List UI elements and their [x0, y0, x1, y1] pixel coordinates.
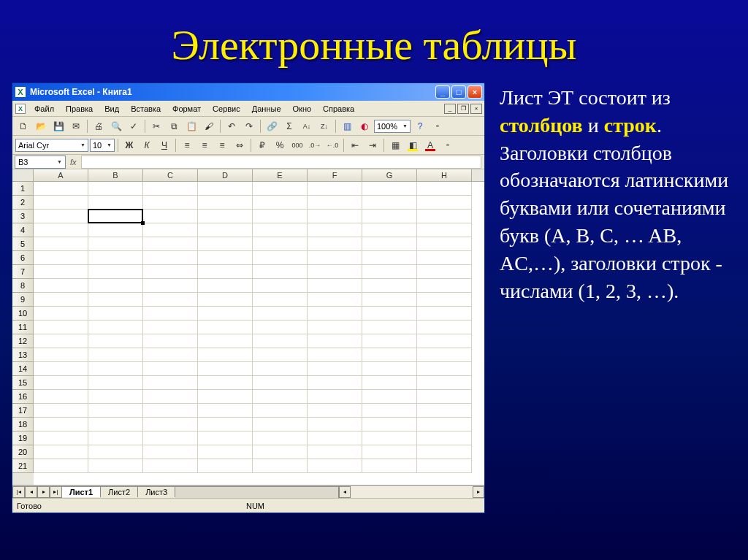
- active-cell-cursor[interactable]: [88, 209, 143, 223]
- menu-tools[interactable]: Сервис: [207, 102, 246, 115]
- increase-decimal-icon[interactable]: .0→: [307, 138, 323, 153]
- open-icon[interactable]: 📂: [33, 119, 49, 134]
- cell[interactable]: [308, 265, 362, 279]
- sheet-tab[interactable]: Лист2: [100, 486, 138, 497]
- row-header[interactable]: 8: [12, 279, 34, 293]
- cell[interactable]: [34, 265, 88, 279]
- column-header[interactable]: A: [34, 169, 88, 181]
- cell[interactable]: [143, 404, 198, 418]
- paste-icon[interactable]: 📋: [183, 119, 199, 134]
- cell[interactable]: [88, 376, 143, 390]
- decrease-decimal-icon[interactable]: ←.0: [324, 138, 340, 153]
- cell[interactable]: [362, 404, 417, 418]
- cell[interactable]: [253, 237, 308, 251]
- scroll-right-icon[interactable]: ▸: [473, 486, 484, 498]
- cell[interactable]: [417, 321, 472, 334]
- cell[interactable]: [198, 251, 253, 265]
- drawing-icon[interactable]: ◐: [356, 119, 373, 134]
- cell[interactable]: [253, 321, 308, 334]
- cell[interactable]: [417, 265, 472, 279]
- cell[interactable]: [362, 445, 417, 459]
- autosum-icon[interactable]: Σ: [281, 119, 297, 134]
- cell[interactable]: [34, 223, 88, 237]
- cell[interactable]: [308, 404, 362, 418]
- cell[interactable]: [362, 334, 417, 348]
- column-header[interactable]: E: [253, 169, 308, 181]
- cell[interactable]: [34, 334, 88, 348]
- prev-sheet-button[interactable]: ◂: [25, 486, 37, 498]
- menu-data[interactable]: Данные: [246, 102, 287, 115]
- row-header[interactable]: 15: [12, 376, 34, 390]
- spellcheck-icon[interactable]: ✓: [126, 119, 142, 134]
- row-header[interactable]: 1: [12, 182, 34, 196]
- currency-icon[interactable]: ₽: [254, 138, 270, 153]
- cell[interactable]: [253, 196, 308, 210]
- cell[interactable]: [417, 362, 472, 376]
- cell[interactable]: [362, 348, 417, 362]
- cell[interactable]: [417, 418, 472, 431]
- cell[interactable]: [88, 182, 143, 196]
- row-header[interactable]: 12: [12, 334, 34, 348]
- menu-format[interactable]: Формат: [167, 102, 207, 115]
- cell[interactable]: [198, 223, 253, 237]
- cell[interactable]: [417, 445, 472, 459]
- cell[interactable]: [143, 418, 198, 431]
- cell[interactable]: [308, 279, 362, 293]
- cell[interactable]: [253, 431, 308, 445]
- row-header[interactable]: 2: [12, 196, 34, 210]
- cell[interactable]: [308, 307, 362, 321]
- align-right-icon[interactable]: ≡: [214, 138, 230, 153]
- cell[interactable]: [253, 293, 308, 307]
- cell[interactable]: [88, 431, 143, 445]
- close-button[interactable]: ×: [468, 85, 482, 99]
- cell[interactable]: [253, 210, 308, 223]
- cell[interactable]: [198, 237, 253, 251]
- row-header[interactable]: 16: [12, 390, 34, 404]
- cell[interactable]: [362, 418, 417, 431]
- menu-view[interactable]: Вид: [99, 102, 125, 115]
- sort-desc-icon[interactable]: Z↓: [316, 119, 332, 134]
- cell[interactable]: [88, 459, 143, 473]
- bold-icon[interactable]: Ж: [121, 138, 137, 153]
- cell[interactable]: [308, 445, 362, 459]
- cell[interactable]: [417, 404, 472, 418]
- cell[interactable]: [143, 362, 198, 376]
- column-header[interactable]: B: [88, 169, 143, 181]
- cell[interactable]: [198, 445, 253, 459]
- cell[interactable]: [362, 390, 417, 404]
- cell[interactable]: [198, 362, 253, 376]
- cell[interactable]: [417, 307, 472, 321]
- sheet-tab[interactable]: Лист3: [137, 486, 175, 497]
- row-header[interactable]: 11: [12, 321, 34, 334]
- cell[interactable]: [143, 431, 198, 445]
- cell[interactable]: [417, 459, 472, 473]
- cell[interactable]: [198, 265, 253, 279]
- fill-color-icon[interactable]: ◧: [405, 138, 421, 153]
- cell[interactable]: [88, 404, 143, 418]
- cell[interactable]: [143, 321, 198, 334]
- cell[interactable]: [88, 307, 143, 321]
- fx-icon[interactable]: fx: [70, 158, 77, 166]
- cell[interactable]: [34, 362, 88, 376]
- cell[interactable]: [143, 210, 198, 223]
- name-box[interactable]: B3▼: [15, 156, 66, 169]
- cell[interactable]: [417, 431, 472, 445]
- cell[interactable]: [143, 279, 198, 293]
- cell[interactable]: [362, 182, 417, 196]
- cell[interactable]: [143, 376, 198, 390]
- copy-icon[interactable]: ⧉: [166, 119, 182, 134]
- formula-input[interactable]: [81, 156, 481, 169]
- row-header[interactable]: 3: [12, 210, 34, 223]
- cell[interactable]: [143, 390, 198, 404]
- cell[interactable]: [198, 390, 253, 404]
- cell[interactable]: [88, 445, 143, 459]
- cell[interactable]: [198, 196, 253, 210]
- cell[interactable]: [308, 182, 362, 196]
- cell[interactable]: [253, 334, 308, 348]
- cell[interactable]: [362, 376, 417, 390]
- cell[interactable]: [34, 321, 88, 334]
- merge-center-icon[interactable]: ⇔: [232, 138, 248, 153]
- cell[interactable]: [308, 251, 362, 265]
- cell[interactable]: [417, 390, 472, 404]
- redo-icon[interactable]: ↷: [241, 119, 257, 134]
